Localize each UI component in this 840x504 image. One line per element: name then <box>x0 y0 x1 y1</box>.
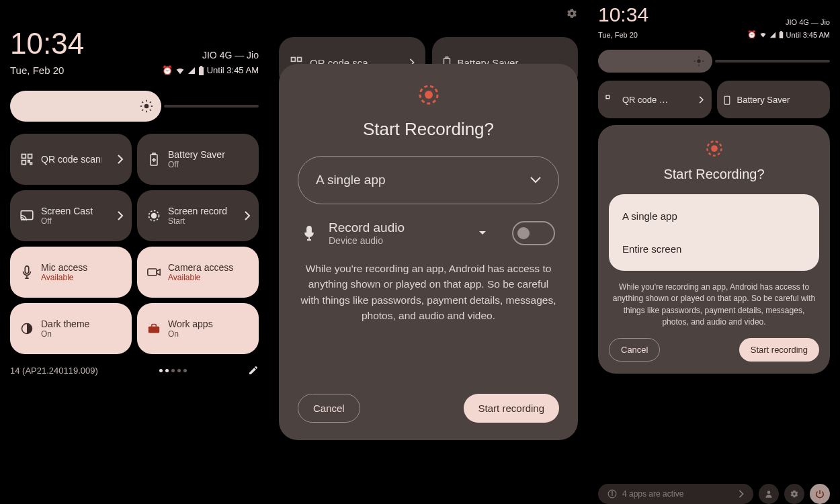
tile-label: Screen Cast <box>41 206 93 217</box>
tile-screen-record[interactable]: Screen record Start <box>137 190 259 241</box>
qr-icon <box>19 153 34 166</box>
tile-label: QR code scanner <box>41 154 101 165</box>
svg-point-43 <box>612 492 612 493</box>
svg-line-10 <box>150 101 151 103</box>
user-button[interactable] <box>759 484 779 504</box>
dialog-title: Start Recording? <box>663 167 764 182</box>
tile-label: Work apps <box>168 319 213 330</box>
svg-rect-0 <box>199 67 204 75</box>
cast-icon <box>19 210 34 221</box>
scope-dropdown[interactable]: A single app <box>298 156 559 204</box>
chevron-right-icon <box>117 155 124 164</box>
svg-rect-22 <box>149 327 159 333</box>
chevron-down-icon <box>530 177 541 183</box>
svg-rect-12 <box>28 155 32 159</box>
bg-tile-qr: QR code … <box>598 81 712 118</box>
tile-label: Battery Saver <box>168 149 225 161</box>
cancel-button[interactable]: Cancel <box>298 394 360 423</box>
svg-point-44 <box>767 491 771 494</box>
tile-sublabel: Off <box>168 160 225 169</box>
bg-tile-battery: Battery Saver <box>717 81 831 118</box>
tile-battery-saver[interactable]: Battery Saver Off <box>137 134 259 185</box>
brightness-icon <box>694 56 704 67</box>
gear-icon <box>566 7 578 19</box>
dialog-title: Start Recording? <box>363 119 494 140</box>
svg-rect-26 <box>446 57 448 58</box>
dropdown-caret-icon <box>478 230 487 236</box>
svg-rect-13 <box>22 161 26 165</box>
briefcase-icon <box>146 323 161 334</box>
network-label: JIO 4G — Jio <box>202 50 259 60</box>
qr-icon <box>605 94 616 105</box>
tile-sublabel: Off <box>41 216 93 226</box>
battery-icon <box>198 66 204 75</box>
tile-label: Camera access <box>168 262 233 274</box>
info-icon <box>607 489 617 499</box>
svg-rect-24 <box>298 58 302 62</box>
tile-camera-access[interactable]: Camera access Available <box>137 247 259 298</box>
svg-rect-37 <box>606 95 610 99</box>
audio-title: Record audio <box>329 220 466 235</box>
start-recording-dialog: Start Recording? A single app Record aud… <box>279 64 578 440</box>
tile-sublabel: Available <box>168 273 233 282</box>
svg-rect-20 <box>148 269 157 276</box>
record-dialog-panel: QR code sca… Battery Saver Start Recordi… <box>269 0 588 504</box>
tile-label: Mic access <box>41 262 87 274</box>
cancel-button[interactable]: Cancel <box>609 338 660 362</box>
tile-dark-theme[interactable]: Dark theme On <box>10 303 132 354</box>
svg-rect-38 <box>724 96 730 104</box>
brightness-icon <box>140 99 153 113</box>
tile-work-apps[interactable]: Work apps On <box>137 303 259 354</box>
power-button[interactable] <box>810 484 830 504</box>
gear-icon <box>790 489 799 499</box>
svg-line-7 <box>142 101 143 103</box>
date-label: Tue, Feb 20 <box>10 65 64 76</box>
svg-rect-15 <box>153 153 155 155</box>
status-icons: ⏰ Until 3:45 AM <box>747 30 830 39</box>
option-entire-screen[interactable]: Entire screen <box>609 233 819 265</box>
brightness-slider[interactable] <box>598 50 830 73</box>
audio-subtitle: Device audio <box>329 235 466 246</box>
svg-point-2 <box>144 104 149 109</box>
record-options-panel: 10:34 JIO 4G — Jio Tue, Feb 20 ⏰ Until 3… <box>588 0 840 504</box>
build-label: 14 (AP21.240119.009) <box>10 366 98 376</box>
audio-source-select[interactable]: Record audio Device audio <box>329 220 466 246</box>
signal-icon <box>187 67 196 75</box>
page-indicator <box>159 369 187 372</box>
user-icon <box>764 489 773 499</box>
chevron-right-icon <box>699 96 704 103</box>
chevron-right-icon <box>244 211 251 220</box>
edit-button[interactable] <box>248 365 259 376</box>
scope-options: A single app Entire screen <box>609 194 819 271</box>
option-single-app[interactable]: A single app <box>609 200 819 233</box>
tile-sublabel: Available <box>41 273 87 282</box>
start-recording-button[interactable]: Start recording <box>739 338 819 362</box>
brightness-slider[interactable] <box>10 91 259 122</box>
tile-qr-scanner[interactable]: QR code scanner <box>10 134 132 185</box>
mic-icon <box>302 226 317 241</box>
tile-mic-access[interactable]: Mic access Available <box>10 247 132 298</box>
settings-button[interactable] <box>784 484 804 504</box>
apps-active-chip[interactable]: 4 apps are active <box>598 484 753 504</box>
bg-tile-label: Battery Saver <box>737 95 790 105</box>
dark-theme-icon <box>19 323 34 335</box>
tile-label: Dark theme <box>41 319 89 330</box>
privacy-warning: While you're recording an app, Android h… <box>298 261 559 323</box>
alarm-icon: ⏰ <box>162 65 173 75</box>
battery-icon <box>779 31 784 38</box>
svg-rect-19 <box>25 266 28 274</box>
status-icons: ⏰ Until 3:45 AM <box>162 65 259 75</box>
record-dialog-icon <box>706 140 723 157</box>
power-icon <box>815 489 825 499</box>
network-label: JIO 4G — Jio <box>786 18 830 26</box>
start-recording-button[interactable]: Start recording <box>464 394 559 423</box>
record-dialog-icon <box>418 84 439 106</box>
audio-toggle[interactable] <box>512 221 555 245</box>
date-label: Tue, Feb 20 <box>598 31 638 39</box>
chevron-right-icon <box>117 211 124 220</box>
tile-sublabel: On <box>41 329 89 339</box>
tile-screen-cast[interactable]: Screen Cast Off <box>10 190 132 241</box>
svg-point-40 <box>711 145 718 152</box>
svg-line-8 <box>150 110 151 111</box>
chevron-right-icon <box>739 490 744 498</box>
